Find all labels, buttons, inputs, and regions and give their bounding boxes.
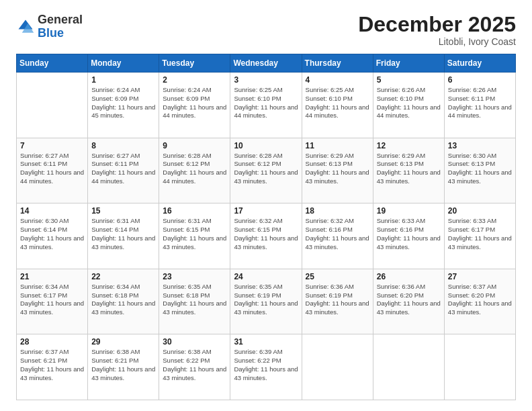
calendar-day-cell: 27Sunrise: 6:37 AM Sunset: 6:20 PM Dayli… bbox=[444, 269, 515, 334]
day-number: 14 bbox=[20, 206, 84, 216]
month-title: December 2025 bbox=[358, 13, 516, 35]
calendar-day-cell: 5Sunrise: 6:26 AM Sunset: 6:10 PM Daylig… bbox=[373, 73, 444, 138]
day-number: 10 bbox=[234, 141, 298, 150]
day-number: 1 bbox=[91, 75, 155, 85]
title-block: December 2025 Litobli, Ivory Coast bbox=[358, 13, 516, 47]
day-info: Sunrise: 6:25 AM Sunset: 6:10 PM Dayligh… bbox=[234, 86, 298, 120]
calendar-week-row: 28Sunrise: 6:37 AM Sunset: 6:21 PM Dayli… bbox=[17, 334, 516, 400]
calendar-day-cell: 2Sunrise: 6:24 AM Sunset: 6:09 PM Daylig… bbox=[159, 73, 230, 138]
weekday-header: Sunday bbox=[17, 54, 88, 73]
day-info: Sunrise: 6:35 AM Sunset: 6:19 PM Dayligh… bbox=[234, 283, 298, 317]
calendar-day-cell: 4Sunrise: 6:25 AM Sunset: 6:10 PM Daylig… bbox=[302, 73, 373, 138]
day-info: Sunrise: 6:32 AM Sunset: 6:16 PM Dayligh… bbox=[306, 217, 369, 251]
day-number: 9 bbox=[163, 141, 226, 150]
day-info: Sunrise: 6:30 AM Sunset: 6:14 PM Dayligh… bbox=[20, 217, 84, 251]
logo-icon bbox=[16, 17, 35, 36]
day-number: 27 bbox=[448, 272, 512, 281]
day-info: Sunrise: 6:31 AM Sunset: 6:14 PM Dayligh… bbox=[91, 217, 155, 251]
day-number: 13 bbox=[448, 141, 512, 150]
day-number: 26 bbox=[377, 272, 441, 281]
day-info: Sunrise: 6:38 AM Sunset: 6:21 PM Dayligh… bbox=[91, 348, 155, 382]
calendar-day-cell: 26Sunrise: 6:36 AM Sunset: 6:20 PM Dayli… bbox=[373, 269, 444, 334]
day-info: Sunrise: 6:29 AM Sunset: 6:13 PM Dayligh… bbox=[306, 152, 369, 186]
day-number: 22 bbox=[91, 272, 155, 281]
day-number: 3 bbox=[234, 75, 298, 85]
day-info: Sunrise: 6:24 AM Sunset: 6:09 PM Dayligh… bbox=[163, 86, 226, 120]
day-number: 12 bbox=[377, 141, 441, 150]
day-info: Sunrise: 6:33 AM Sunset: 6:16 PM Dayligh… bbox=[377, 217, 441, 251]
calendar-day-cell: 21Sunrise: 6:34 AM Sunset: 6:17 PM Dayli… bbox=[17, 269, 88, 334]
calendar-day-cell: 10Sunrise: 6:28 AM Sunset: 6:12 PM Dayli… bbox=[230, 138, 302, 203]
calendar-day-cell: 8Sunrise: 6:27 AM Sunset: 6:11 PM Daylig… bbox=[88, 138, 159, 203]
day-number: 18 bbox=[306, 206, 369, 216]
calendar-day-cell: 12Sunrise: 6:29 AM Sunset: 6:13 PM Dayli… bbox=[373, 138, 444, 203]
day-number: 5 bbox=[377, 75, 441, 85]
weekday-header: Saturday bbox=[444, 54, 515, 73]
weekday-header: Tuesday bbox=[159, 54, 230, 73]
day-info: Sunrise: 6:32 AM Sunset: 6:15 PM Dayligh… bbox=[234, 217, 298, 251]
weekday-header: Monday bbox=[88, 54, 159, 73]
day-number: 11 bbox=[306, 141, 369, 150]
day-number: 23 bbox=[163, 272, 226, 281]
day-number: 29 bbox=[91, 337, 155, 347]
calendar-day-cell: 9Sunrise: 6:28 AM Sunset: 6:12 PM Daylig… bbox=[159, 138, 230, 203]
calendar: SundayMondayTuesdayWednesdayThursdayFrid… bbox=[16, 54, 516, 400]
day-number: 30 bbox=[163, 337, 226, 347]
calendar-day-cell: 28Sunrise: 6:37 AM Sunset: 6:21 PM Dayli… bbox=[17, 334, 88, 400]
calendar-day-cell: 13Sunrise: 6:30 AM Sunset: 6:13 PM Dayli… bbox=[444, 138, 515, 203]
calendar-day-cell bbox=[444, 334, 515, 400]
day-number: 21 bbox=[20, 272, 84, 281]
calendar-week-row: 14Sunrise: 6:30 AM Sunset: 6:14 PM Dayli… bbox=[17, 203, 516, 269]
day-info: Sunrise: 6:30 AM Sunset: 6:13 PM Dayligh… bbox=[448, 152, 512, 186]
day-info: Sunrise: 6:28 AM Sunset: 6:12 PM Dayligh… bbox=[234, 152, 298, 186]
day-info: Sunrise: 6:26 AM Sunset: 6:10 PM Dayligh… bbox=[377, 86, 441, 120]
day-info: Sunrise: 6:35 AM Sunset: 6:18 PM Dayligh… bbox=[163, 283, 226, 317]
day-info: Sunrise: 6:27 AM Sunset: 6:11 PM Dayligh… bbox=[91, 152, 155, 186]
day-info: Sunrise: 6:25 AM Sunset: 6:10 PM Dayligh… bbox=[306, 86, 369, 120]
weekday-header: Wednesday bbox=[230, 54, 302, 73]
calendar-day-cell: 18Sunrise: 6:32 AM Sunset: 6:16 PM Dayli… bbox=[302, 203, 373, 269]
day-number: 24 bbox=[234, 272, 298, 281]
logo-text: General Blue bbox=[38, 13, 83, 40]
day-info: Sunrise: 6:37 AM Sunset: 6:21 PM Dayligh… bbox=[20, 348, 84, 382]
calendar-day-cell: 6Sunrise: 6:26 AM Sunset: 6:11 PM Daylig… bbox=[444, 73, 515, 138]
day-info: Sunrise: 6:39 AM Sunset: 6:22 PM Dayligh… bbox=[234, 348, 298, 382]
calendar-day-cell: 19Sunrise: 6:33 AM Sunset: 6:16 PM Dayli… bbox=[373, 203, 444, 269]
calendar-day-cell bbox=[373, 334, 444, 400]
calendar-day-cell: 31Sunrise: 6:39 AM Sunset: 6:22 PM Dayli… bbox=[230, 334, 302, 400]
calendar-day-cell bbox=[302, 334, 373, 400]
day-info: Sunrise: 6:36 AM Sunset: 6:19 PM Dayligh… bbox=[306, 283, 369, 317]
calendar-day-cell: 7Sunrise: 6:27 AM Sunset: 6:11 PM Daylig… bbox=[17, 138, 88, 203]
day-number: 4 bbox=[306, 75, 369, 85]
page: General Blue December 2025 Litobli, Ivor… bbox=[0, 0, 532, 411]
calendar-day-cell: 3Sunrise: 6:25 AM Sunset: 6:10 PM Daylig… bbox=[230, 73, 302, 138]
day-info: Sunrise: 6:37 AM Sunset: 6:20 PM Dayligh… bbox=[448, 283, 512, 317]
day-number: 7 bbox=[20, 141, 84, 150]
calendar-day-cell: 24Sunrise: 6:35 AM Sunset: 6:19 PM Dayli… bbox=[230, 269, 302, 334]
calendar-day-cell: 11Sunrise: 6:29 AM Sunset: 6:13 PM Dayli… bbox=[302, 138, 373, 203]
calendar-week-row: 21Sunrise: 6:34 AM Sunset: 6:17 PM Dayli… bbox=[17, 269, 516, 334]
day-info: Sunrise: 6:34 AM Sunset: 6:17 PM Dayligh… bbox=[20, 283, 84, 317]
weekday-header: Friday bbox=[373, 54, 444, 73]
calendar-day-cell: 16Sunrise: 6:31 AM Sunset: 6:15 PM Dayli… bbox=[159, 203, 230, 269]
calendar-day-cell: 23Sunrise: 6:35 AM Sunset: 6:18 PM Dayli… bbox=[159, 269, 230, 334]
calendar-header-row: SundayMondayTuesdayWednesdayThursdayFrid… bbox=[17, 54, 516, 73]
day-number: 15 bbox=[91, 206, 155, 216]
calendar-day-cell: 20Sunrise: 6:33 AM Sunset: 6:17 PM Dayli… bbox=[444, 203, 515, 269]
day-number: 28 bbox=[20, 337, 84, 347]
logo-general: General bbox=[38, 13, 83, 27]
calendar-day-cell: 22Sunrise: 6:34 AM Sunset: 6:18 PM Dayli… bbox=[88, 269, 159, 334]
day-info: Sunrise: 6:34 AM Sunset: 6:18 PM Dayligh… bbox=[91, 283, 155, 317]
day-info: Sunrise: 6:29 AM Sunset: 6:13 PM Dayligh… bbox=[377, 152, 441, 186]
day-number: 25 bbox=[306, 272, 369, 281]
calendar-day-cell: 15Sunrise: 6:31 AM Sunset: 6:14 PM Dayli… bbox=[88, 203, 159, 269]
header: General Blue December 2025 Litobli, Ivor… bbox=[16, 13, 516, 47]
day-info: Sunrise: 6:33 AM Sunset: 6:17 PM Dayligh… bbox=[448, 217, 512, 251]
calendar-week-row: 1Sunrise: 6:24 AM Sunset: 6:09 PM Daylig… bbox=[17, 73, 516, 138]
calendar-day-cell: 14Sunrise: 6:30 AM Sunset: 6:14 PM Dayli… bbox=[17, 203, 88, 269]
day-number: 16 bbox=[163, 206, 226, 216]
day-number: 20 bbox=[448, 206, 512, 216]
day-info: Sunrise: 6:31 AM Sunset: 6:15 PM Dayligh… bbox=[163, 217, 226, 251]
day-info: Sunrise: 6:26 AM Sunset: 6:11 PM Dayligh… bbox=[448, 86, 512, 120]
day-number: 2 bbox=[163, 75, 226, 85]
